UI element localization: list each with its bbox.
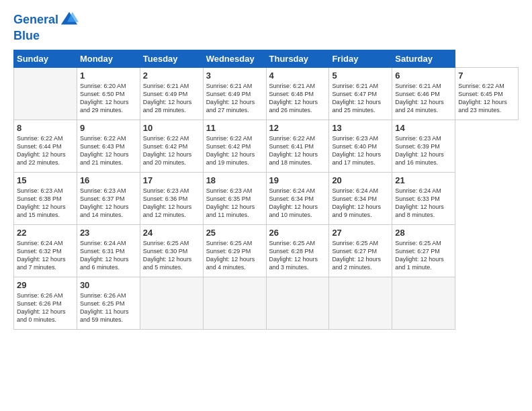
day-number: 8 — [17, 123, 74, 133]
day-number: 15 — [17, 175, 74, 185]
day-number: 27 — [332, 228, 389, 238]
day-cell-8: 8Sunrise: 6:22 AMSunset: 6:44 PMDaylight… — [14, 120, 77, 172]
day-number: 5 — [332, 71, 389, 81]
header-monday: Monday — [77, 50, 140, 67]
header-friday: Friday — [329, 50, 392, 67]
empty-cell — [392, 277, 455, 329]
day-cell-5: 5Sunrise: 6:21 AMSunset: 6:47 PMDaylight… — [329, 67, 392, 120]
day-info: Sunrise: 6:25 AMSunset: 6:28 PMDaylight:… — [269, 240, 318, 271]
day-number: 23 — [80, 228, 137, 238]
day-number: 7 — [458, 71, 515, 81]
week-row-3: 22Sunrise: 6:24 AMSunset: 6:32 PMDayligh… — [14, 224, 519, 277]
page-container: General Blue SundayMondayTuesdayWednesda… — [0, 0, 532, 336]
day-info: Sunrise: 6:22 AMSunset: 6:41 PMDaylight:… — [269, 135, 318, 166]
empty-cell — [329, 277, 392, 329]
day-info: Sunrise: 6:24 AMSunset: 6:31 PMDaylight:… — [80, 240, 129, 271]
day-number: 29 — [17, 280, 74, 290]
day-number: 30 — [80, 280, 137, 290]
day-cell-22: 22Sunrise: 6:24 AMSunset: 6:32 PMDayligh… — [14, 224, 77, 277]
day-info: Sunrise: 6:26 AMSunset: 6:26 PMDaylight:… — [17, 292, 66, 323]
day-number: 3 — [206, 71, 263, 81]
day-info: Sunrise: 6:21 AMSunset: 6:49 PMDaylight:… — [143, 83, 192, 113]
logo-text-line1: General — [13, 13, 58, 27]
day-number: 28 — [395, 228, 452, 238]
logo: General Blue — [13, 11, 79, 43]
day-number: 13 — [332, 123, 389, 133]
day-info: Sunrise: 6:23 AMSunset: 6:40 PMDaylight:… — [332, 135, 381, 166]
day-cell-28: 28Sunrise: 6:25 AMSunset: 6:27 PMDayligh… — [392, 224, 455, 277]
day-number: 24 — [143, 228, 200, 238]
week-row-1: 8Sunrise: 6:22 AMSunset: 6:44 PMDaylight… — [14, 120, 519, 172]
day-number: 2 — [143, 71, 200, 81]
day-cell-19: 19Sunrise: 6:24 AMSunset: 6:34 PMDayligh… — [266, 172, 329, 224]
day-cell-27: 27Sunrise: 6:25 AMSunset: 6:27 PMDayligh… — [329, 224, 392, 277]
day-number: 25 — [206, 228, 263, 238]
day-cell-16: 16Sunrise: 6:23 AMSunset: 6:37 PMDayligh… — [77, 172, 140, 224]
day-info: Sunrise: 6:24 AMSunset: 6:32 PMDaylight:… — [17, 240, 66, 271]
day-info: Sunrise: 6:21 AMSunset: 6:48 PMDaylight:… — [269, 83, 318, 113]
day-cell-17: 17Sunrise: 6:23 AMSunset: 6:36 PMDayligh… — [140, 172, 203, 224]
day-info: Sunrise: 6:21 AMSunset: 6:49 PMDaylight:… — [206, 83, 255, 113]
day-cell-3: 3Sunrise: 6:21 AMSunset: 6:49 PMDaylight… — [203, 67, 266, 120]
day-cell-2: 2Sunrise: 6:21 AMSunset: 6:49 PMDaylight… — [140, 67, 203, 120]
day-cell-29: 29Sunrise: 6:26 AMSunset: 6:26 PMDayligh… — [14, 277, 77, 329]
empty-cell — [266, 277, 329, 329]
empty-cell — [203, 277, 266, 329]
day-info: Sunrise: 6:23 AMSunset: 6:36 PMDaylight:… — [143, 187, 192, 218]
day-cell-15: 15Sunrise: 6:23 AMSunset: 6:38 PMDayligh… — [14, 172, 77, 224]
day-number: 19 — [269, 175, 326, 185]
day-info: Sunrise: 6:25 AMSunset: 6:27 PMDaylight:… — [395, 240, 444, 271]
day-cell-4: 4Sunrise: 6:21 AMSunset: 6:48 PMDaylight… — [266, 67, 329, 120]
week-row-4: 29Sunrise: 6:26 AMSunset: 6:26 PMDayligh… — [14, 277, 519, 329]
calendar-table: SundayMondayTuesdayWednesdayThursdayFrid… — [13, 50, 519, 330]
day-info: Sunrise: 6:22 AMSunset: 6:42 PMDaylight:… — [206, 135, 255, 166]
day-cell-21: 21Sunrise: 6:24 AMSunset: 6:33 PMDayligh… — [392, 172, 455, 224]
day-cell-6: 6Sunrise: 6:21 AMSunset: 6:46 PMDaylight… — [392, 67, 455, 120]
day-info: Sunrise: 6:24 AMSunset: 6:34 PMDaylight:… — [269, 187, 318, 218]
header-saturday: Saturday — [392, 50, 455, 67]
day-number: 22 — [17, 228, 74, 238]
day-info: Sunrise: 6:23 AMSunset: 6:38 PMDaylight:… — [17, 187, 66, 218]
week-row-2: 15Sunrise: 6:23 AMSunset: 6:38 PMDayligh… — [14, 172, 519, 224]
day-number: 1 — [80, 71, 137, 81]
day-info: Sunrise: 6:23 AMSunset: 6:37 PMDaylight:… — [80, 187, 129, 218]
day-info: Sunrise: 6:26 AMSunset: 6:25 PMDaylight:… — [80, 292, 129, 323]
logo-icon — [60, 11, 79, 30]
day-info: Sunrise: 6:23 AMSunset: 6:39 PMDaylight:… — [395, 135, 444, 166]
day-info: Sunrise: 6:21 AMSunset: 6:47 PMDaylight:… — [332, 83, 381, 113]
header-wednesday: Wednesday — [203, 50, 266, 67]
header-tuesday: Tuesday — [140, 50, 203, 67]
day-cell-18: 18Sunrise: 6:23 AMSunset: 6:35 PMDayligh… — [203, 172, 266, 224]
day-cell-25: 25Sunrise: 6:25 AMSunset: 6:29 PMDayligh… — [203, 224, 266, 277]
day-number: 6 — [395, 71, 452, 81]
day-cell-30: 30Sunrise: 6:26 AMSunset: 6:25 PMDayligh… — [77, 277, 140, 329]
day-number: 20 — [332, 175, 389, 185]
day-cell-10: 10Sunrise: 6:22 AMSunset: 6:42 PMDayligh… — [140, 120, 203, 172]
day-cell-23: 23Sunrise: 6:24 AMSunset: 6:31 PMDayligh… — [77, 224, 140, 277]
empty-cell — [140, 277, 203, 329]
day-number: 14 — [395, 123, 452, 133]
logo-text-line2: Blue — [13, 30, 79, 43]
day-info: Sunrise: 6:20 AMSunset: 6:50 PMDaylight:… — [80, 83, 129, 113]
day-cell-24: 24Sunrise: 6:25 AMSunset: 6:30 PMDayligh… — [140, 224, 203, 277]
day-info: Sunrise: 6:23 AMSunset: 6:35 PMDaylight:… — [206, 187, 255, 218]
day-cell-1: 1Sunrise: 6:20 AMSunset: 6:50 PMDaylight… — [77, 67, 140, 120]
day-cell-14: 14Sunrise: 6:23 AMSunset: 6:39 PMDayligh… — [392, 120, 455, 172]
day-number: 12 — [269, 123, 326, 133]
day-info: Sunrise: 6:25 AMSunset: 6:27 PMDaylight:… — [332, 240, 381, 271]
empty-cell — [14, 67, 77, 120]
day-number: 9 — [80, 123, 137, 133]
day-number: 10 — [143, 123, 200, 133]
day-number: 18 — [206, 175, 263, 185]
header: General Blue — [13, 11, 519, 43]
day-number: 21 — [395, 175, 452, 185]
header-thursday: Thursday — [266, 50, 329, 67]
day-info: Sunrise: 6:21 AMSunset: 6:46 PMDaylight:… — [395, 83, 444, 113]
day-number: 4 — [269, 71, 326, 81]
day-info: Sunrise: 6:25 AMSunset: 6:29 PMDaylight:… — [206, 240, 255, 271]
day-number: 17 — [143, 175, 200, 185]
day-cell-13: 13Sunrise: 6:23 AMSunset: 6:40 PMDayligh… — [329, 120, 392, 172]
day-info: Sunrise: 6:22 AMSunset: 6:44 PMDaylight:… — [17, 135, 66, 166]
week-row-0: 1Sunrise: 6:20 AMSunset: 6:50 PMDaylight… — [14, 67, 519, 120]
day-cell-9: 9Sunrise: 6:22 AMSunset: 6:43 PMDaylight… — [77, 120, 140, 172]
